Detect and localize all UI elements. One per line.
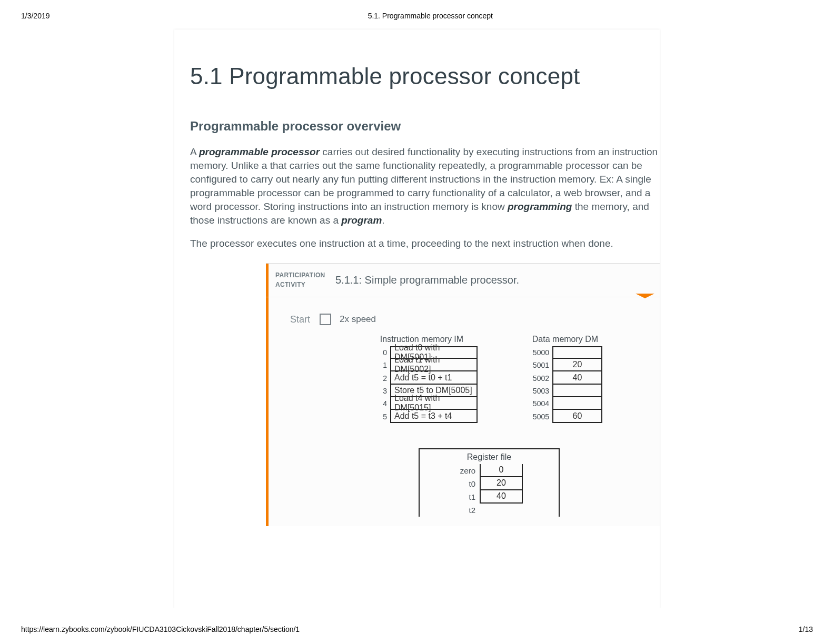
speed-label: 2x speed [340, 314, 376, 325]
dm-row: 500560 [528, 410, 602, 422]
rf-row: t140 [440, 490, 539, 504]
rf-title: Register file [440, 452, 539, 462]
page-title: 5.1 Programmable processor concept [190, 63, 660, 89]
paragraph-1: A programmable processor carries out des… [190, 145, 660, 227]
participation-activity: PARTICIPATIONACTIVITY 5.1.1: Simple prog… [266, 263, 660, 526]
rf-row: t2 [440, 504, 539, 517]
paragraph-2: The processor executes one instruction a… [190, 237, 660, 250]
activity-type-label: PARTICIPATIONACTIVITY [275, 271, 332, 289]
activity-controls: Start 2x speed [289, 312, 650, 327]
dm-row: 5000 [528, 346, 602, 359]
activity-body: Start 2x speed Instruction memory IM 0Lo… [266, 297, 660, 526]
dm-row: 5004 [528, 397, 602, 410]
im-row: 1Load t1 with DM[5002] [366, 359, 478, 371]
start-button[interactable]: Start [289, 312, 311, 327]
rf-row: t020 [440, 477, 539, 490]
activity-title: 5.1.1: Simple programmable processor. [335, 274, 519, 286]
data-memory: Data memory DM 5000 500120 500240 5003 5… [528, 335, 602, 423]
print-date: 1/3/2019 [21, 12, 50, 20]
im-row: 2Add t5 = t0 + t1 [366, 371, 478, 384]
section-heading: Programmable processor overview [190, 119, 660, 134]
im-row: 5Add t5 = t3 + t4 [366, 410, 478, 422]
chevron-down-icon[interactable] [636, 294, 654, 298]
speed-checkbox[interactable] [320, 314, 331, 325]
print-header: 1/3/2019 5.1. Programmable processor con… [0, 0, 834, 20]
print-doc-title: 5.1. Programmable processor concept [50, 12, 811, 20]
instruction-memory: Instruction memory IM 0Load t0 with DM[5… [366, 335, 478, 423]
dm-row: 500240 [528, 371, 602, 384]
page-content: 5.1 Programmable processor concept Progr… [174, 29, 660, 608]
dm-row: 5003 [528, 385, 602, 397]
activity-header: PARTICIPATIONACTIVITY 5.1.1: Simple prog… [266, 264, 660, 297]
register-file: Register file zero0 t020 t140 t2 [419, 448, 560, 517]
im-row: 4Load t4 with DM[5015] [366, 397, 478, 410]
rf-row: zero0 [440, 464, 539, 477]
dm-row: 500120 [528, 359, 602, 371]
dm-title: Data memory DM [528, 335, 602, 344]
